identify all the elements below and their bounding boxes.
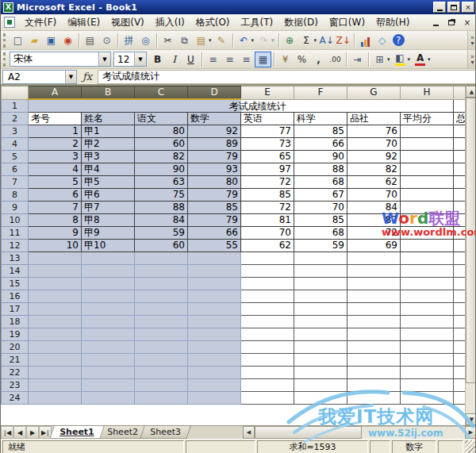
cell-I16[interactable] — [454, 290, 466, 302]
cell-G17[interactable] — [347, 302, 401, 315]
row-header-15[interactable]: 15 — [2, 277, 29, 290]
cell-E4[interactable]: 73 — [241, 137, 294, 150]
cell-F15[interactable] — [294, 277, 347, 290]
column-header-C[interactable]: C — [135, 86, 188, 100]
insert-function-icon[interactable]: ƒx — [77, 71, 98, 83]
horizontal-scrollbar[interactable]: ◀ ▶ — [243, 426, 476, 439]
bold-button[interactable]: B — [149, 52, 166, 67]
cell-I19[interactable] — [454, 328, 466, 340]
chevron-down-icon[interactable]: ▾ — [251, 37, 255, 44]
cell-I3[interactable] — [454, 125, 466, 137]
cell-C14[interactable] — [135, 264, 188, 277]
borders-button[interactable]: ⊞▾ — [371, 52, 392, 67]
spelling-button[interactable]: 拼 — [121, 33, 137, 48]
first-sheet-icon[interactable]: ∣◀ — [1, 426, 13, 439]
cell-C9[interactable]: 88 — [135, 201, 188, 213]
next-sheet-icon[interactable]: ▶ — [26, 426, 39, 439]
cell-A16[interactable] — [29, 290, 82, 302]
cell-I21[interactable] — [454, 353, 466, 366]
cell-E14[interactable] — [241, 264, 294, 277]
cell-D24[interactable] — [188, 391, 241, 404]
cell-F23[interactable] — [294, 378, 347, 391]
row-header-10[interactable]: 10 — [2, 213, 29, 226]
cell-G4[interactable]: 70 — [347, 137, 401, 150]
cell-I18[interactable] — [454, 315, 466, 328]
workbook-close-button[interactable]: × — [463, 17, 472, 27]
cell-F7[interactable]: 68 — [294, 175, 347, 188]
cell-I2[interactable]: 总分 — [454, 112, 466, 125]
cell-D14[interactable] — [188, 264, 241, 277]
cell-C7[interactable]: 63 — [135, 175, 188, 188]
cell-A4[interactable]: 2 — [29, 137, 82, 150]
sheet-tab-sheet1[interactable]: Sheet1 — [49, 426, 104, 439]
cell-B11[interactable]: 甲9 — [82, 226, 135, 239]
cell-C23[interactable] — [135, 378, 188, 391]
cell-E11[interactable]: 70 — [241, 226, 294, 239]
cell-G7[interactable]: 62 — [347, 175, 401, 188]
cell-H10[interactable] — [401, 213, 454, 226]
cell-B8[interactable]: 甲6 — [82, 188, 135, 201]
cell-E3[interactable]: 77 — [241, 125, 294, 137]
cell-I11[interactable] — [454, 226, 466, 239]
cell-F4[interactable]: 66 — [294, 137, 347, 150]
cell-D17[interactable] — [188, 302, 241, 315]
cell-E17[interactable] — [241, 302, 294, 315]
cell-I23[interactable] — [454, 378, 466, 391]
cell-I20[interactable] — [454, 340, 466, 353]
help-button[interactable]: ? — [390, 33, 406, 48]
cell-H7[interactable] — [401, 175, 454, 188]
cell-C18[interactable] — [135, 315, 188, 328]
cell-E24[interactable] — [241, 391, 294, 404]
cell-F14[interactable] — [294, 264, 347, 277]
cell-G6[interactable]: 82 — [347, 163, 401, 175]
cell-B22[interactable] — [82, 366, 135, 378]
cell-H8[interactable] — [401, 188, 454, 201]
cell-A21[interactable] — [29, 353, 82, 366]
autosum-button[interactable]: Σ▾ — [298, 33, 319, 48]
cell-E7[interactable]: 72 — [241, 175, 294, 188]
cell-A9[interactable]: 7 — [29, 201, 82, 213]
cell-C13[interactable] — [135, 251, 188, 264]
cell-F8[interactable]: 67 — [294, 188, 347, 201]
scroll-left-icon[interactable]: ◀ — [243, 426, 255, 439]
cell-C12[interactable]: 60 — [135, 239, 188, 251]
cell-B2[interactable]: 姓名 — [82, 112, 135, 125]
italic-button[interactable]: I — [166, 52, 182, 67]
cell-A12[interactable]: 10 — [29, 239, 82, 251]
menu-item[interactable]: 工具(T) — [236, 14, 279, 31]
cell-D12[interactable]: 55 — [188, 239, 241, 251]
cell-F17[interactable] — [294, 302, 347, 315]
row-header-19[interactable]: 19 — [2, 328, 29, 340]
cell-A5[interactable]: 3 — [29, 150, 82, 163]
cell-A10[interactable]: 8 — [29, 213, 82, 226]
cell-C20[interactable] — [135, 340, 188, 353]
cell-A20[interactable] — [29, 340, 82, 353]
maximize-button[interactable] — [447, 2, 460, 13]
toolbar-grip[interactable] — [3, 52, 6, 67]
cell-C15[interactable] — [135, 277, 188, 290]
cell-B12[interactable]: 甲10 — [82, 239, 135, 251]
column-header-E[interactable]: E — [241, 86, 294, 100]
menu-item[interactable]: 编辑(E) — [62, 14, 106, 31]
cell-G19[interactable] — [347, 328, 401, 340]
cell-B15[interactable] — [82, 277, 135, 290]
column-header-F[interactable]: F — [294, 86, 347, 100]
cell-G2[interactable]: 品社 — [347, 112, 401, 125]
chevron-down-icon[interactable]: ▼ — [134, 52, 146, 66]
merged-title-cell[interactable]: 考试成绩统计 — [29, 99, 454, 112]
comma-style-button[interactable]: , — [310, 52, 327, 67]
cell-B16[interactable] — [82, 290, 135, 302]
cell-D9[interactable]: 85 — [188, 201, 241, 213]
cell-B21[interactable] — [82, 353, 135, 366]
cell-G9[interactable]: 84 — [347, 201, 401, 213]
cell-A15[interactable] — [29, 277, 82, 290]
cell-E22[interactable] — [241, 366, 294, 378]
cell-H14[interactable] — [401, 264, 454, 277]
align-right-button[interactable]: ≡ — [238, 52, 255, 67]
cell-F22[interactable] — [294, 366, 347, 378]
copy-button[interactable]: ⧉ — [176, 33, 193, 48]
cell-I17[interactable] — [454, 302, 466, 315]
cell-C22[interactable] — [135, 366, 188, 378]
cell-E13[interactable] — [241, 251, 294, 264]
cell-C24[interactable] — [135, 391, 188, 404]
